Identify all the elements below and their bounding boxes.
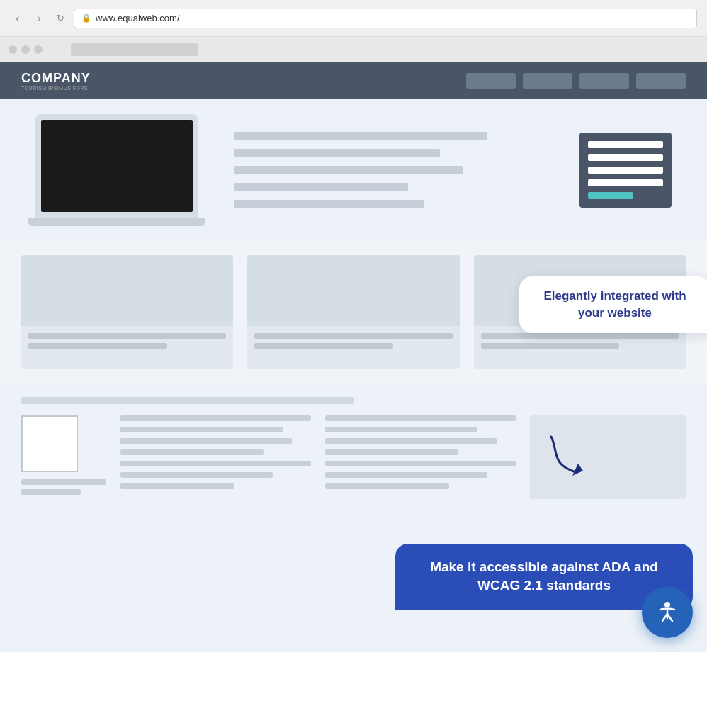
- content-grid: [21, 415, 686, 499]
- address-bar[interactable]: 🔒 www.equalweb.com/: [74, 9, 697, 28]
- hero-section: [0, 99, 707, 241]
- card-2-image: [247, 255, 459, 326]
- hero-line-4: [234, 183, 408, 191]
- content-aside: [530, 415, 686, 499]
- card-1-text: [21, 326, 233, 360]
- card-1: [21, 255, 233, 369]
- cm2: [120, 427, 283, 432]
- card-2: [247, 255, 459, 369]
- back-button[interactable]: ‹: [10, 11, 26, 26]
- content-section: Make it accessible against ADA and WCAG …: [0, 383, 707, 652]
- c3l1: [481, 333, 679, 339]
- arrow-svg: [537, 422, 601, 486]
- card-1-image: [21, 255, 233, 326]
- website-mockup: COMPANY TOURISM IPSIMUS FORS: [0, 62, 707, 652]
- content-left: [21, 415, 106, 499]
- refresh-button[interactable]: ↻: [52, 11, 68, 26]
- cm5: [120, 461, 311, 466]
- company-name: COMPANY: [21, 71, 91, 86]
- cr4: [325, 449, 458, 455]
- c1l1: [28, 333, 226, 339]
- lock-icon: 🔒: [81, 13, 91, 23]
- company-sub: TOURISM IPSIMUS FORS: [21, 86, 91, 91]
- cm4: [120, 449, 264, 455]
- card-line-2: [588, 154, 663, 161]
- cm3: [120, 438, 292, 444]
- cr5: [325, 461, 516, 466]
- content-mid: [120, 415, 311, 499]
- cr2: [325, 427, 477, 432]
- page-wrapper: ‹ › ↻ 🔒 www.equalweb.com/ COMPANY TOURIS…: [0, 0, 707, 728]
- accessibility-icon: [653, 598, 681, 627]
- cm6: [120, 472, 273, 478]
- laptop-screen: [41, 120, 193, 212]
- hero-line-1: [234, 132, 487, 140]
- url-text: www.equalweb.com/: [96, 13, 180, 23]
- content-right: [325, 415, 516, 499]
- c2l1: [254, 333, 452, 339]
- hero-line-5: [234, 200, 424, 208]
- cr1: [325, 415, 516, 421]
- dot-1: [9, 45, 17, 54]
- browser-chrome: ‹ › ↻ 🔒 www.equalweb.com/: [0, 0, 707, 37]
- hero-line-2: [234, 149, 440, 157]
- site-nav: [466, 73, 686, 89]
- hero-card: [579, 133, 672, 208]
- hero-text-area: [234, 132, 551, 208]
- card-2-text: [247, 326, 459, 360]
- c2l2: [254, 343, 393, 349]
- bubble-ada-text: Make it accessible against ADA and WCAG …: [414, 558, 674, 595]
- content-image-box: [21, 415, 78, 472]
- hero-line-3: [234, 166, 463, 174]
- laptop-screen-outer: [35, 114, 198, 218]
- cards-wrapper: Elegantly integrated with your website: [0, 241, 707, 383]
- c3l2: [481, 343, 620, 349]
- site-logo: COMPANY TOURISM IPSIMUS FORS: [21, 71, 91, 91]
- laptop-base: [28, 218, 205, 226]
- tab-placeholder: [71, 43, 198, 56]
- cr7: [325, 483, 449, 489]
- card-line-3: [588, 167, 663, 174]
- nav-item-1: [466, 73, 516, 89]
- cm1: [120, 415, 311, 421]
- card-accent: [588, 192, 633, 199]
- tab-bar: [0, 37, 707, 62]
- nav-item-2: [523, 73, 572, 89]
- dot-3: [34, 45, 43, 54]
- card-line-1: [588, 141, 663, 148]
- site-header: COMPANY TOURISM IPSIMUS FORS: [0, 62, 707, 99]
- svg-point-1: [664, 602, 670, 607]
- c1l2: [28, 343, 167, 349]
- accessibility-button[interactable]: [642, 587, 693, 638]
- bubble-elegantly-text: Elegantly integrated with your website: [533, 288, 696, 322]
- cl1: [21, 479, 106, 485]
- traffic-lights: [9, 45, 43, 54]
- cl2: [21, 489, 81, 495]
- cr6: [325, 472, 487, 478]
- dot-2: [21, 45, 30, 54]
- forward-button[interactable]: ›: [31, 11, 47, 26]
- nav-item-3: [579, 73, 629, 89]
- cm7: [120, 483, 234, 489]
- nav-item-4: [636, 73, 686, 89]
- svg-marker-0: [572, 464, 583, 476]
- content-top-bar: [21, 397, 354, 404]
- card-line-4: [588, 179, 663, 186]
- cr3: [325, 438, 497, 444]
- bubble-elegantly: Elegantly integrated with your website: [519, 276, 707, 333]
- laptop: [35, 114, 205, 226]
